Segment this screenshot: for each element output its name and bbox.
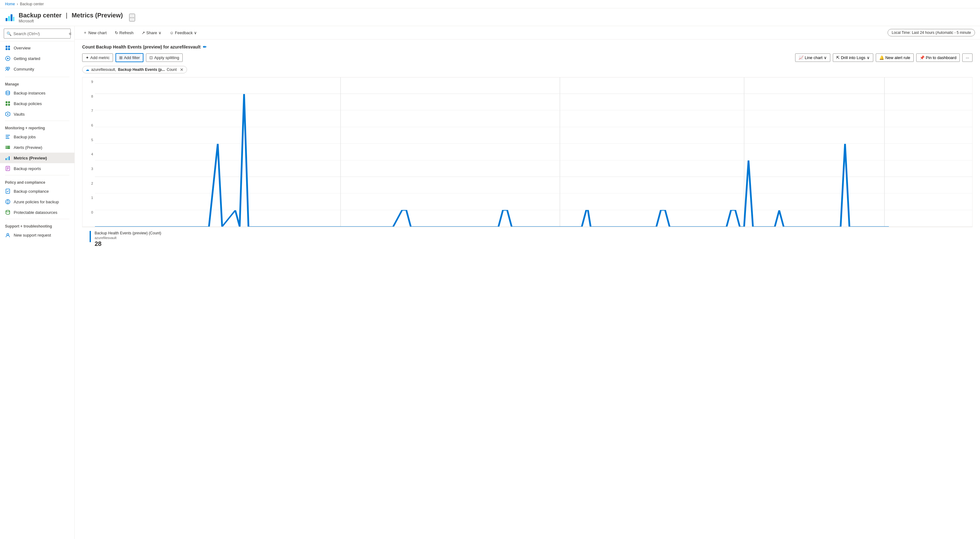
- add-metric-button[interactable]: ✦ Add metric: [82, 54, 113, 62]
- filter-metric: Backup Health Events (p...: [118, 67, 165, 72]
- sidebar-item-metrics-preview[interactable]: Metrics (Preview): [0, 153, 75, 163]
- chart-title: Count Backup Health Events (preview) for…: [82, 44, 972, 49]
- legend-name: Backup Health Events (preview) (Count): [95, 231, 161, 235]
- page-subtitle: Microsoft: [19, 19, 123, 23]
- sidebar-item-alerts-preview[interactable]: Alerts (Preview): [0, 142, 75, 153]
- content-area: ＋ New chart ↻ Refresh ↗ Share ∨ ☺ Feed: [75, 26, 980, 539]
- alert-icon: 🔔: [879, 55, 884, 60]
- svg-rect-24: [6, 158, 6, 160]
- pin-icon: 📌: [920, 55, 924, 60]
- section-monitoring: Monitoring + reporting: [0, 122, 75, 132]
- sidebar-item-backup-jobs[interactable]: Backup jobs: [0, 132, 75, 142]
- page-header-text: Backup center | Metrics (Preview) Micros…: [19, 11, 123, 23]
- backup-reports-icon: [5, 166, 11, 171]
- chart-svg: 12 PM 6 PM Thu 21 6 AM UTC+05:3: [95, 78, 972, 227]
- svg-rect-1: [8, 16, 10, 21]
- drill-into-logs-button[interactable]: ⇱ Drill into Logs ∨: [833, 54, 873, 62]
- feedback-chevron-icon: ∨: [194, 30, 197, 35]
- protectable-datasources-icon: [5, 209, 11, 215]
- filter-icon: ⊞: [119, 55, 123, 60]
- sidebar-item-vaults[interactable]: Vaults: [0, 109, 75, 119]
- svg-point-36: [6, 211, 10, 212]
- collapse-button[interactable]: «: [68, 30, 73, 37]
- sidebar-item-backup-instances[interactable]: Backup instances: [0, 88, 75, 98]
- sidebar-label-alerts: Alerts (Preview): [14, 145, 42, 150]
- app-container: Home › Backup center Backup center | Met…: [0, 0, 980, 539]
- sidebar-label-metrics: Metrics (Preview): [14, 156, 47, 160]
- metric-toolbar: ✦ Add metric ⊞ Add filter ⊡ Apply splitt…: [82, 53, 972, 62]
- toolbar: ＋ New chart ↻ Refresh ↗ Share ∨ ☺ Feed: [75, 26, 980, 40]
- line-chart-button[interactable]: 📈 Line chart ∨: [795, 54, 830, 62]
- sidebar-item-azure-policies[interactable]: Azure policies for backup: [0, 197, 75, 207]
- sidebar-item-getting-started[interactable]: Getting started: [0, 53, 75, 64]
- svg-rect-4: [6, 46, 8, 48]
- chart-section: Count Backup Health Events (preview) for…: [75, 40, 980, 256]
- svg-rect-18: [6, 135, 10, 136]
- support-icon: [5, 232, 11, 238]
- svg-rect-25: [7, 157, 8, 160]
- breadcrumb-current: Backup center: [20, 2, 44, 6]
- sidebar-item-backup-reports[interactable]: Backup reports: [0, 163, 75, 174]
- sidebar-item-new-support[interactable]: New support request: [0, 230, 75, 240]
- sidebar-label-new-support: New support request: [14, 233, 51, 238]
- feedback-button[interactable]: ☺ Feedback ∨: [166, 29, 200, 37]
- chart-legend: Backup Health Events (preview) (Count) a…: [82, 227, 972, 251]
- azure-policies-icon: [5, 199, 11, 205]
- filter-close-button[interactable]: ✕: [180, 67, 184, 72]
- svg-rect-16: [8, 104, 10, 106]
- svg-point-10: [6, 67, 8, 69]
- sidebar-label-backup-instances: Backup instances: [14, 91, 45, 95]
- divider-3: [5, 175, 69, 175]
- divider-1: [5, 77, 69, 77]
- divider-4: [5, 219, 69, 219]
- share-button[interactable]: ↗ Share ∨: [138, 29, 165, 37]
- new-chart-button[interactable]: ＋ New chart: [80, 28, 110, 37]
- page-title: Backup center | Metrics (Preview): [19, 11, 123, 19]
- search-wrapper: 🔍 «: [4, 29, 71, 38]
- svg-rect-21: [6, 146, 10, 149]
- backup-compliance-icon: [5, 189, 11, 194]
- time-range-button[interactable]: Local Time: Last 24 hours (Automatic - 5…: [888, 29, 975, 36]
- backup-jobs-icon: [5, 134, 11, 140]
- new-alert-rule-button[interactable]: 🔔 New alert rule: [876, 54, 914, 62]
- overview-icon: [5, 45, 11, 51]
- new-chart-icon: ＋: [83, 30, 87, 35]
- svg-point-33: [7, 201, 9, 203]
- nav-section-top: Overview Getting started Community: [0, 41, 75, 76]
- sidebar-label-backup-jobs: Backup jobs: [14, 135, 36, 139]
- add-filter-button[interactable]: ⊞ Add filter: [115, 53, 143, 62]
- breadcrumb-home[interactable]: Home: [5, 2, 15, 6]
- sidebar-item-overview[interactable]: Overview: [0, 43, 75, 53]
- add-metric-icon: ✦: [86, 55, 89, 60]
- search-icon: 🔍: [6, 32, 11, 36]
- sidebar-label-backup-compliance: Backup compliance: [14, 189, 49, 193]
- section-policy: Policy and compliance: [0, 176, 75, 186]
- more-options-button[interactable]: ···: [129, 14, 135, 21]
- legend-color-bar: [90, 231, 91, 242]
- sidebar-item-backup-compliance[interactable]: Backup compliance: [0, 186, 75, 197]
- getting-started-icon: [5, 55, 11, 61]
- search-input[interactable]: [13, 32, 66, 36]
- refresh-button[interactable]: ↻ Refresh: [111, 29, 137, 37]
- refresh-icon: ↻: [115, 30, 118, 35]
- sidebar-label-azure-policies: Azure policies for backup: [14, 200, 59, 204]
- apply-splitting-button[interactable]: ⊡ Apply splitting: [146, 54, 182, 62]
- split-icon: ⊡: [150, 55, 153, 60]
- sidebar-item-backup-policies[interactable]: Backup policies: [0, 98, 75, 109]
- svg-rect-14: [8, 101, 10, 103]
- edit-icon[interactable]: ✏: [203, 44, 207, 49]
- pin-to-dashboard-button[interactable]: 📌 Pin to dashboard: [916, 54, 960, 62]
- vault-icon: ☁: [86, 67, 89, 72]
- sidebar-item-community[interactable]: Community: [0, 64, 75, 74]
- chart-inner-wrapper: 9 8 7 6 5 4 3 2 1 0: [83, 78, 972, 227]
- svg-rect-13: [6, 101, 8, 103]
- chart-body: 12 PM 6 PM Thu 21 6 AM UTC+05:3: [95, 78, 972, 227]
- breadcrumb: Home › Backup center: [0, 0, 980, 8]
- sidebar-item-protectable-datasources[interactable]: Protectable datasources: [0, 207, 75, 217]
- page-header: Backup center | Metrics (Preview) Micros…: [0, 8, 980, 26]
- share-chevron-icon: ∨: [158, 30, 162, 35]
- more-chart-options[interactable]: ···: [962, 54, 972, 62]
- legend-value: 28: [95, 240, 161, 247]
- svg-rect-5: [8, 46, 10, 48]
- line-chart-icon: 📈: [799, 55, 803, 60]
